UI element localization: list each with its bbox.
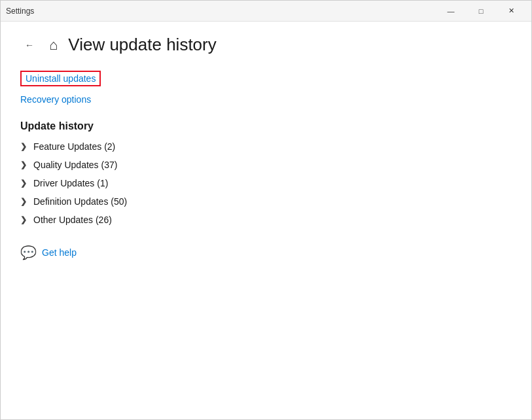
- uninstall-updates-link[interactable]: Uninstall updates: [20, 71, 101, 86]
- back-button[interactable]: ←: [20, 36, 39, 54]
- chevron-icon-quality: ❯: [20, 160, 27, 169]
- get-help-link[interactable]: 💬 Get help: [20, 245, 512, 260]
- close-button[interactable]: ✕: [496, 1, 526, 22]
- page-title: View update history: [68, 35, 216, 55]
- title-bar: Settings — □ ✕: [1, 1, 531, 22]
- settings-window: Settings — □ ✕ ← ⌂ View update history U…: [0, 0, 532, 420]
- update-item-definition[interactable]: ❯ Definition Updates (50): [20, 196, 512, 207]
- title-bar-left: Settings: [6, 7, 34, 16]
- chevron-icon-definition: ❯: [20, 197, 27, 206]
- page-header: ← ⌂ View update history: [20, 35, 512, 55]
- help-icon: 💬: [20, 245, 37, 260]
- update-item-other[interactable]: ❯ Other Updates (26): [20, 215, 512, 225]
- get-help-label: Get help: [42, 247, 77, 258]
- recovery-options-link[interactable]: Recovery options: [20, 94, 512, 105]
- update-item-driver[interactable]: ❯ Driver Updates (1): [20, 178, 512, 188]
- update-history-title: Update history: [20, 120, 512, 132]
- update-label-definition: Definition Updates (50): [33, 196, 127, 207]
- chevron-icon-driver: ❯: [20, 179, 27, 188]
- update-item-feature[interactable]: ❯ Feature Updates (2): [20, 141, 512, 152]
- update-label-other: Other Updates (26): [33, 215, 112, 225]
- update-item-quality[interactable]: ❯ Quality Updates (37): [20, 160, 512, 170]
- home-icon: ⌂: [49, 37, 58, 54]
- content-area: ← ⌂ View update history Uninstall update…: [1, 22, 531, 419]
- update-label-quality: Quality Updates (37): [33, 160, 117, 170]
- window-title: Settings: [6, 7, 34, 16]
- update-history-list: ❯ Feature Updates (2) ❯ Quality Updates …: [20, 141, 512, 225]
- chevron-icon-other: ❯: [20, 215, 27, 224]
- minimize-button[interactable]: —: [436, 1, 466, 22]
- title-bar-controls: — □ ✕: [436, 1, 526, 22]
- update-label-driver: Driver Updates (1): [33, 178, 108, 188]
- update-label-feature: Feature Updates (2): [33, 141, 115, 152]
- chevron-icon-feature: ❯: [20, 142, 27, 151]
- maximize-button[interactable]: □: [466, 1, 496, 22]
